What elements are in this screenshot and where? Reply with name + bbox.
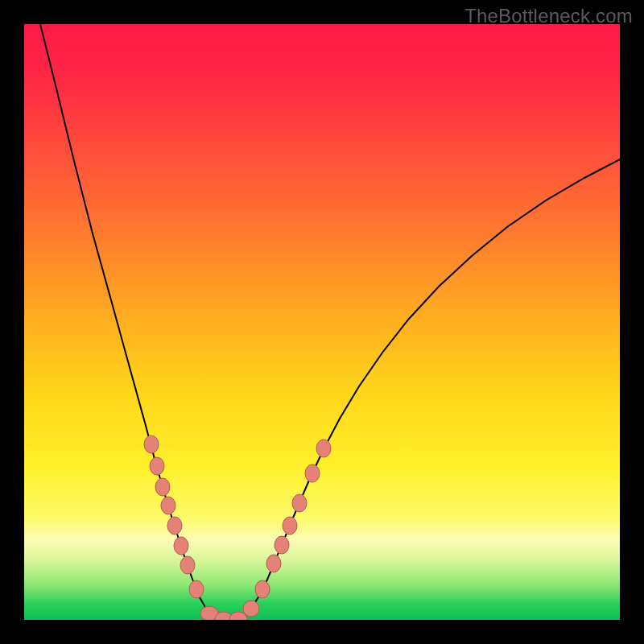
data-marker [255, 580, 270, 598]
data-markers [144, 436, 331, 620]
data-marker [144, 436, 159, 453]
chart-frame: TheBottleneck.com [0, 0, 644, 644]
plot-area [24, 24, 620, 620]
data-marker [316, 440, 331, 457]
data-marker [266, 555, 281, 572]
data-marker [155, 478, 170, 496]
data-marker [275, 536, 289, 554]
bottleneck-curve [40, 24, 620, 620]
data-marker [161, 497, 175, 514]
data-marker [283, 517, 297, 535]
data-marker [243, 601, 259, 617]
data-marker [167, 517, 182, 535]
data-marker [180, 556, 195, 574]
data-marker [174, 537, 188, 555]
data-marker [189, 580, 204, 598]
data-marker [292, 494, 307, 512]
curve-layer [24, 24, 620, 620]
data-marker [305, 464, 320, 482]
data-marker [150, 457, 164, 475]
